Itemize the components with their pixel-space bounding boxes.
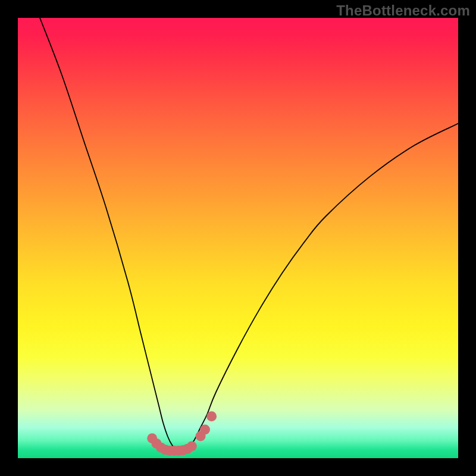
chart-frame: TheBottleneck.com [0,0,476,476]
bottom-marker [187,441,197,452]
bottom-marker [200,424,210,434]
bottom-marker-group [147,411,217,456]
chart-plot-area [18,18,458,458]
chart-svg [18,18,458,458]
watermark-text: TheBottleneck.com [336,2,470,19]
bottleneck-curve-line [40,18,458,450]
bottom-marker [206,411,217,421]
